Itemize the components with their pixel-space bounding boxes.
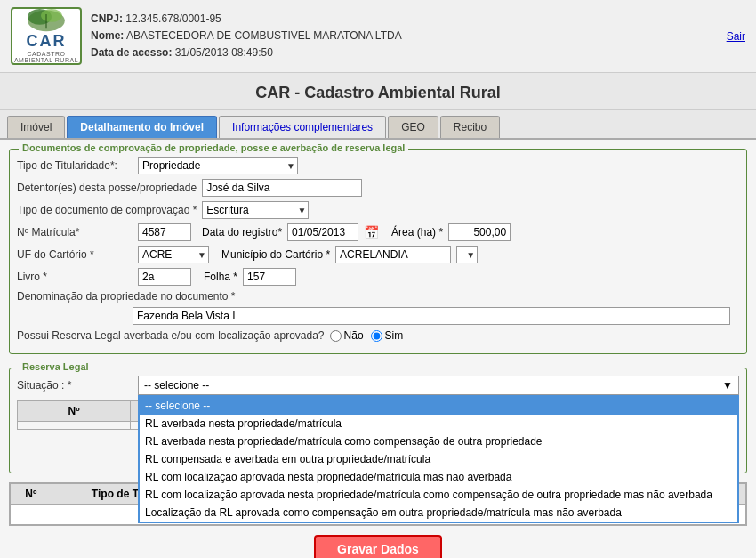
cnpj-line: CNPJ: 12.345.678/0001-95 [91,11,402,28]
radio-sim[interactable] [371,330,382,342]
header: CAR CADASTRO AMBIENTAL RURAL CNPJ: 12.34… [0,0,756,73]
cnpj-value: 12.345.678/0001-95 [125,12,221,25]
logo-box: CAR CADASTRO AMBIENTAL RURAL [11,7,82,65]
data-label: Data de acesso: [91,46,172,59]
area-input[interactable] [448,223,511,241]
inner-table-cell-no [18,422,131,430]
livro-input[interactable] [138,268,191,286]
cnpj-label: CNPJ: [91,12,123,25]
denominacao-label: Denominação da propriedade no documento … [17,290,236,303]
tab-bar: Imóvel Detalhamento do Imóvel Informaçõe… [0,110,756,140]
tab-detalhamento[interactable]: Detalhamento do Imóvel [67,116,217,138]
sim-text: Sim [385,329,404,342]
docs-section-title: Documentos de comprovação de propriedade… [19,142,408,153]
data-registro-label: Data do registro* [202,226,282,239]
radio-nao[interactable] [330,330,342,342]
nao-text: Não [344,329,364,342]
svg-point-2 [41,9,62,22]
data-value: 31/05/2013 08:49:50 [175,46,273,59]
nome-line: Nome: ABASTECEDORA DE COMBUSTIVEL MARATO… [91,28,402,44]
situacao-dropdown-menu: -- selecione -- RL averbada nesta propri… [138,395,739,523]
gravar-dados-container: Gravar Dados [9,535,747,558]
tab-recibo[interactable]: Recibo [440,116,500,138]
uf-select-wrapper[interactable]: ACRE ▼ [138,246,209,263]
detentor-row: Detentor(es) desta posse/propriedade [17,179,739,197]
tipo-titularidade-select-wrapper[interactable]: Propriedade Posse ▼ [138,157,298,174]
matricula-input[interactable] [138,223,191,241]
tipo-doc-label: Tipo de documento de comprovação * [17,204,197,216]
folha-input[interactable] [243,268,296,286]
page-title: CAR - Cadastro Ambiental Rural [0,73,756,110]
municipio-select[interactable] [456,246,478,263]
logo-leaf-icon [24,9,68,32]
reserva-section: Reserva Legal Situação : * -- selecione … [9,368,747,473]
tipo-doc-row: Tipo de documento de comprovação * Escri… [17,201,739,219]
municipio-select-wrapper[interactable]: ▼ [456,246,478,263]
uf-select[interactable]: ACRE [138,246,209,263]
tipo-doc-select-wrapper[interactable]: Escritura Contrato ▼ [202,201,309,219]
municipio-input[interactable] [335,246,451,263]
nome-label: Nome: [91,29,124,42]
reserva-question-text: Possui Reserva Legal averbada e/ou com l… [17,329,325,342]
data-line: Data de acesso: 31/05/2013 08:49:50 [91,44,402,61]
dropdown-item-6[interactable]: Localização da RL aprovada como compensa… [140,504,737,522]
dropdown-item-5[interactable]: RL com localização aprovada nesta propri… [140,486,737,504]
uf-label: UF do Cartório * [17,248,133,261]
tab-geo[interactable]: GEO [388,116,438,138]
municipio-label: Município do Cartório * [221,248,330,261]
area-label: Área (ha) * [391,226,443,239]
nome-value: ABASTECEDORA DE COMBUSTIVEL MARATONA LTD… [126,29,402,42]
tab-informacoes[interactable]: Informações complementares [219,116,386,138]
denominacao-input-row [17,307,739,325]
tipo-titularidade-label: Tipo de Titularidade*: [17,159,133,172]
livro-label: Livro * [17,271,133,283]
situacao-row: Situação : * -- selecione -- ▼ -- seleci… [17,376,739,395]
col-no: Nº [11,484,52,505]
tipo-doc-select[interactable]: Escritura Contrato [202,201,309,219]
inner-table-header-no: Nº [18,401,131,422]
detentor-input[interactable] [202,179,362,197]
denominacao-input[interactable] [133,307,730,325]
detentor-label: Detentor(es) desta posse/propriedade [17,182,197,194]
radio-sim-label[interactable]: Sim [371,329,404,342]
header-info: CNPJ: 12.345.678/0001-95 Nome: ABASTECED… [91,11,402,62]
dropdown-item-1[interactable]: RL averbada nesta propriedade/matrícula [140,415,737,433]
docs-section: Documentos de comprovação de propriedade… [9,149,747,354]
reserva-question-row: Possui Reserva Legal averbada e/ou com l… [17,329,739,342]
livro-row: Livro * Folha * [17,268,739,286]
tipo-titularidade-row: Tipo de Titularidade*: Propriedade Posse… [17,157,739,174]
situacao-label: Situação : * [17,379,133,392]
logo-sub: CADASTRO AMBIENTAL RURAL [12,51,80,63]
matricula-row: Nº Matrícula* Data do registro* 📅 Área (… [17,223,739,241]
situacao-dropdown-trigger[interactable]: -- selecione -- ▼ [138,376,739,395]
situacao-dropdown-container: -- selecione -- ▼ -- selecione -- RL ave… [138,376,739,395]
gravar-dados-button[interactable]: Gravar Dados [314,535,442,558]
uf-row: UF do Cartório * ACRE ▼ Município do Car… [17,246,739,263]
main-content: Documentos de comprovação de propriedade… [0,140,756,558]
dropdown-item-4[interactable]: RL com localização aprovada nesta propri… [140,468,737,486]
dropdown-item-2[interactable]: RL averbada nesta propriedade/matrícula … [140,433,737,450]
reserva-radio-group: Não Sim [330,329,404,342]
header-logo: CAR CADASTRO AMBIENTAL RURAL CNPJ: 12.34… [11,7,402,65]
dropdown-item-0[interactable]: -- selecione -- [140,397,737,415]
situacao-selected-text: -- selecione -- [144,379,209,392]
matricula-label: Nº Matrícula* [17,226,133,239]
denominacao-row: Denominação da propriedade no documento … [17,290,739,303]
tab-imovel[interactable]: Imóvel [7,116,65,138]
tipo-titularidade-select[interactable]: Propriedade Posse [138,157,298,174]
dropdown-item-3[interactable]: RL compensada e averbada em outra propri… [140,450,737,468]
logo-text: CAR [27,32,67,51]
calendar-icon[interactable]: 📅 [364,225,379,239]
sair-link[interactable]: Sair [727,30,745,43]
situacao-dropdown-arrow-icon: ▼ [722,379,733,392]
radio-nao-label[interactable]: Não [330,329,364,342]
folha-label: Folha * [204,271,237,283]
data-registro-input[interactable] [287,223,358,241]
reserva-section-title: Reserva Legal [19,361,92,372]
